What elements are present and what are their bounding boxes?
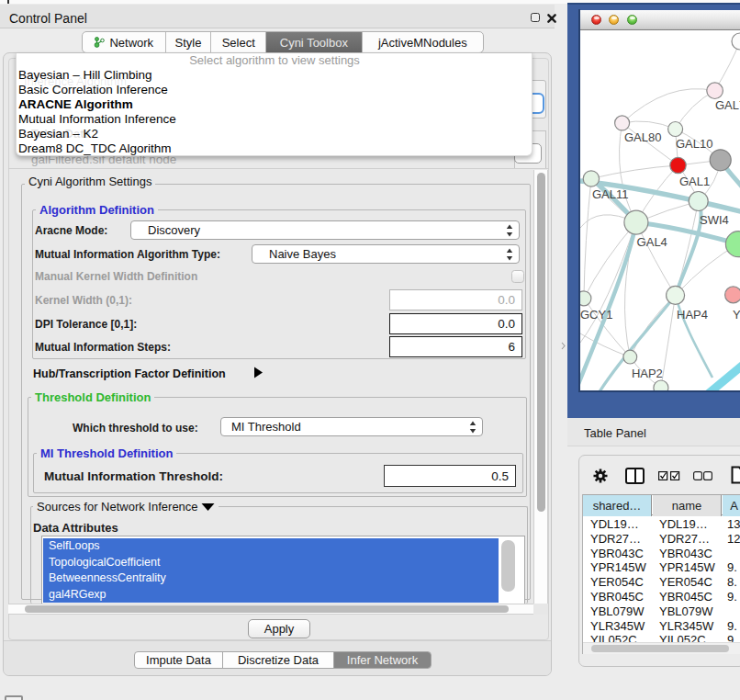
svg-text:GCY1: GCY1 <box>580 308 612 322</box>
svg-text:GAL7: GAL7 <box>715 98 740 112</box>
svg-text:GAL11: GAL11 <box>592 187 629 201</box>
svg-text:GAL4: GAL4 <box>637 235 667 249</box>
svg-text:HAP4: HAP4 <box>677 308 708 322</box>
svg-text:HAP2: HAP2 <box>632 367 663 380</box>
svg-text:YM: YM <box>733 308 740 322</box>
svg-text:GAL80: GAL80 <box>624 130 661 144</box>
svg-text:GAL1: GAL1 <box>679 175 710 188</box>
svg-text:SWI4: SWI4 <box>700 213 729 227</box>
svg-text:GAL10: GAL10 <box>676 137 712 151</box>
